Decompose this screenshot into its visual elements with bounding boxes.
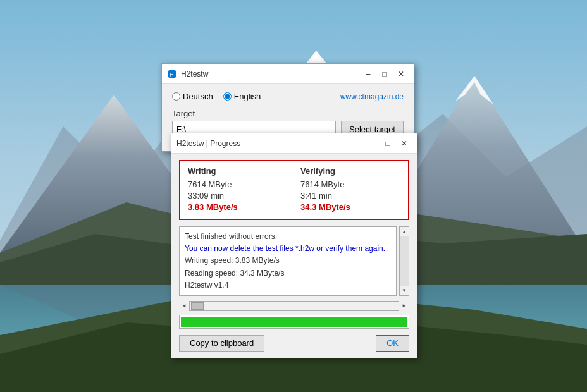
radio-english[interactable] xyxy=(223,92,232,101)
hscroll-thumb[interactable] xyxy=(191,302,204,310)
progress-window-title: H2testw | Progress xyxy=(176,139,240,148)
bottom-buttons: Copy to clipboard OK xyxy=(179,335,409,352)
hscroll-left-arrow[interactable]: ◄ xyxy=(179,302,189,310)
website-link[interactable]: www.ctmagazin.de xyxy=(340,92,404,101)
progress-window-controls: – □ ✕ xyxy=(364,137,412,150)
log-line-1: You can now delete the test files *.h2w … xyxy=(185,243,391,255)
progress-bar-container xyxy=(179,315,409,329)
progress-titlebar: H2testw | Progress – □ ✕ xyxy=(171,133,417,154)
titlebar-left: H H2testw xyxy=(167,69,208,79)
ok-button[interactable]: OK xyxy=(376,335,409,352)
stats-box: Writing 7614 MByte 33:09 min 3.83 MByte/… xyxy=(179,160,409,220)
hscroll-bar[interactable] xyxy=(189,301,399,311)
radio-english-text: English xyxy=(234,92,261,101)
main-titlebar: H H2testw – □ ✕ xyxy=(162,64,414,84)
radio-deutsch-label[interactable]: Deutsch xyxy=(172,92,213,101)
progress-maximize-button[interactable]: □ xyxy=(380,137,395,150)
main-close-button[interactable]: ✕ xyxy=(393,68,409,80)
verifying-time: 3:41 min xyxy=(300,191,400,200)
writing-mbyte: 7614 MByte xyxy=(188,180,288,189)
progress-window: H2testw | Progress – □ ✕ Writing 7614 MB… xyxy=(171,133,417,358)
verifying-mbyte: 7614 MByte xyxy=(300,180,400,189)
progress-minimize-button[interactable]: – xyxy=(364,137,379,150)
log-horizontal-scrollbar[interactable]: ◄ ► xyxy=(179,301,409,311)
main-maximize-button[interactable]: □ xyxy=(377,68,392,80)
progress-close-button[interactable]: ✕ xyxy=(397,137,412,150)
log-area-container: Test finished without errors. You can no… xyxy=(179,226,409,296)
radio-deutsch-text: Deutsch xyxy=(183,92,213,101)
language-row: Deutsch English www.ctmagazin.de xyxy=(172,92,404,101)
hscroll-right-arrow[interactable]: ► xyxy=(399,302,409,310)
verifying-label: Verifying xyxy=(300,166,400,176)
progress-content: Writing 7614 MByte 33:09 min 3.83 MByte/… xyxy=(171,154,417,358)
writing-label: Writing xyxy=(188,166,288,176)
target-label: Target xyxy=(172,109,404,118)
log-line-0: Test finished without errors. xyxy=(185,231,391,243)
svg-text:H: H xyxy=(170,71,174,78)
radio-group: Deutsch English xyxy=(172,92,261,101)
log-text-area: Test finished without errors. You can no… xyxy=(179,226,397,296)
writing-time: 33:09 min xyxy=(188,191,288,200)
log-vertical-scrollbar[interactable]: ▲ ▼ xyxy=(399,226,409,296)
copy-to-clipboard-button[interactable]: Copy to clipboard xyxy=(179,335,264,352)
main-window-controls: – □ ✕ xyxy=(361,68,409,80)
main-minimize-button[interactable]: – xyxy=(361,68,376,80)
scroll-down-arrow[interactable]: ▼ xyxy=(400,286,409,295)
verifying-stats: Verifying 7614 MByte 3:41 min 34.3 MByte… xyxy=(300,166,400,214)
writing-speed: 3.83 MByte/s xyxy=(188,202,288,212)
progress-bar-fill xyxy=(181,317,407,327)
radio-english-label[interactable]: English xyxy=(223,92,261,101)
radio-deutsch[interactable] xyxy=(172,92,180,101)
verifying-speed: 34.3 MByte/s xyxy=(300,202,400,212)
app-icon: H xyxy=(167,69,177,79)
log-line-3: Reading speed: 34.3 MByte/s xyxy=(185,267,391,279)
main-window-title: H2testw xyxy=(181,70,208,78)
log-line-4: H2testw v1.4 xyxy=(185,279,391,291)
writing-stats: Writing 7614 MByte 33:09 min 3.83 MByte/… xyxy=(188,166,288,214)
scroll-up-arrow[interactable]: ▲ xyxy=(400,227,409,236)
log-line-2: Writing speed: 3.83 MByte/s xyxy=(185,255,391,267)
scroll-track[interactable] xyxy=(400,236,409,286)
